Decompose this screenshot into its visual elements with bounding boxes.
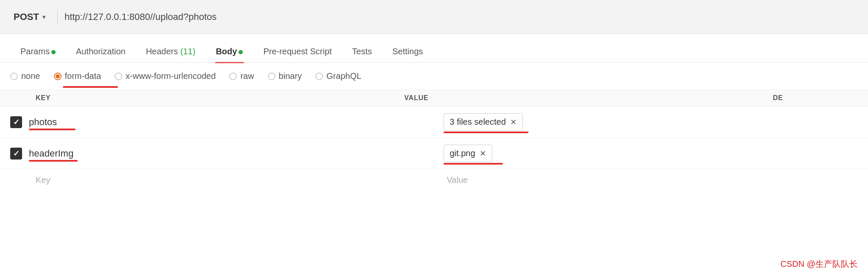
close-icon-photos[interactable]: ✕: [510, 118, 517, 127]
tab-tests[interactable]: Tests: [342, 41, 382, 62]
tab-headers-label: Headers: [146, 47, 180, 56]
radio-urlencoded-label: x-www-form-urlencoded: [126, 71, 216, 81]
checkbox-headerImg[interactable]: ✓: [10, 148, 22, 160]
checkbox-photos[interactable]: ✓: [10, 116, 22, 128]
tab-pre-request[interactable]: Pre-request Script: [253, 41, 342, 62]
value-cell-photos: 3 files selected ✕: [444, 113, 858, 131]
radio-raw-label: raw: [240, 71, 254, 81]
url-divider: [57, 9, 58, 25]
body-dot: [239, 50, 243, 54]
key-photos-text: photos: [29, 117, 57, 127]
table-row-photos: ✓ photos 3 files selected ✕: [0, 106, 868, 138]
table-row-headerImg: ✓ headerImg git.png ✕: [0, 138, 868, 169]
radio-binary-label: binary: [279, 71, 302, 81]
annotation-underline-photos: [29, 129, 76, 130]
key-headerImg-text: headerImg: [29, 148, 73, 159]
params-dot: [51, 50, 56, 54]
files-selected-badge[interactable]: 3 files selected ✕: [444, 113, 523, 131]
tab-authorization[interactable]: Authorization: [66, 41, 136, 62]
tab-settings[interactable]: Settings: [382, 41, 433, 62]
tab-authorization-label: Authorization: [76, 47, 126, 56]
git-png-text: git.png: [450, 148, 475, 158]
tab-params-label: Params: [20, 47, 50, 56]
radio-none[interactable]: none: [10, 71, 40, 81]
table-header: KEY VALUE DE: [0, 90, 868, 106]
tab-settings-label: Settings: [392, 47, 423, 56]
col-check-header: [10, 94, 36, 102]
git-png-badge[interactable]: git.png ✕: [444, 145, 492, 162]
key-placeholder: Key: [36, 175, 50, 185]
tab-body-label: Body: [216, 47, 237, 56]
empty-row: Key Value: [0, 169, 868, 191]
files-selected-text: 3 files selected: [450, 117, 506, 127]
annotation-underline-headerImg: [29, 160, 78, 162]
radio-none-label: none: [21, 71, 40, 81]
empty-value-cell: Value: [447, 175, 858, 185]
method-arrow: ▾: [42, 14, 45, 20]
annotation-underline-form-data: [63, 86, 118, 88]
radio-urlencoded[interactable]: x-www-form-urlencoded: [115, 71, 216, 81]
check-icon-photos: ✓: [13, 118, 20, 127]
key-cell-photos: photos: [29, 117, 444, 128]
annotation-underline-photos-value: [444, 132, 528, 133]
check-icon-headerImg: ✓: [13, 149, 20, 158]
col-value-header: VALUE: [405, 94, 773, 102]
radio-graphql[interactable]: GraphQL: [315, 71, 361, 81]
radio-circle-binary: [268, 73, 275, 80]
radio-binary[interactable]: binary: [268, 71, 302, 81]
tab-params[interactable]: Params: [10, 41, 66, 62]
value-placeholder: Value: [447, 175, 468, 185]
radio-circle-form-data: [54, 73, 62, 80]
tab-tests-label: Tests: [352, 47, 372, 56]
radio-form-data-label: form-data: [65, 71, 101, 81]
tab-headers[interactable]: Headers (11): [136, 41, 206, 62]
tab-pre-request-label: Pre-request Script: [263, 47, 331, 56]
radio-circle-graphql: [315, 73, 323, 80]
radio-circle-raw: [229, 73, 237, 80]
radio-circle-urlencoded: [115, 73, 122, 80]
body-types: none form-data x-www-form-urlencoded raw…: [0, 63, 868, 90]
url-input[interactable]: [65, 11, 860, 22]
radio-graphql-label: GraphQL: [326, 71, 361, 81]
method-label: POST: [14, 11, 39, 22]
headers-count: (11): [180, 47, 196, 56]
col-key-header: KEY: [36, 94, 405, 102]
radio-form-data[interactable]: form-data: [54, 71, 101, 81]
empty-key-cell: Key: [36, 175, 447, 185]
value-cell-headerImg: git.png ✕: [444, 145, 858, 162]
watermark: CSDN @生产队队长: [780, 258, 858, 270]
tabs-bar: Params Authorization Headers (11) Body P…: [0, 34, 868, 63]
tab-body[interactable]: Body: [205, 41, 253, 62]
col-desc-header: DE: [773, 94, 858, 102]
method-select[interactable]: POST ▾: [8, 8, 51, 26]
radio-circle-none: [10, 73, 18, 80]
url-bar: POST ▾: [0, 0, 868, 34]
close-icon-headerImg[interactable]: ✕: [480, 149, 486, 158]
annotation-underline-headerImg-value: [444, 163, 503, 165]
radio-raw[interactable]: raw: [229, 71, 254, 81]
key-cell-headerImg: headerImg: [29, 148, 444, 159]
